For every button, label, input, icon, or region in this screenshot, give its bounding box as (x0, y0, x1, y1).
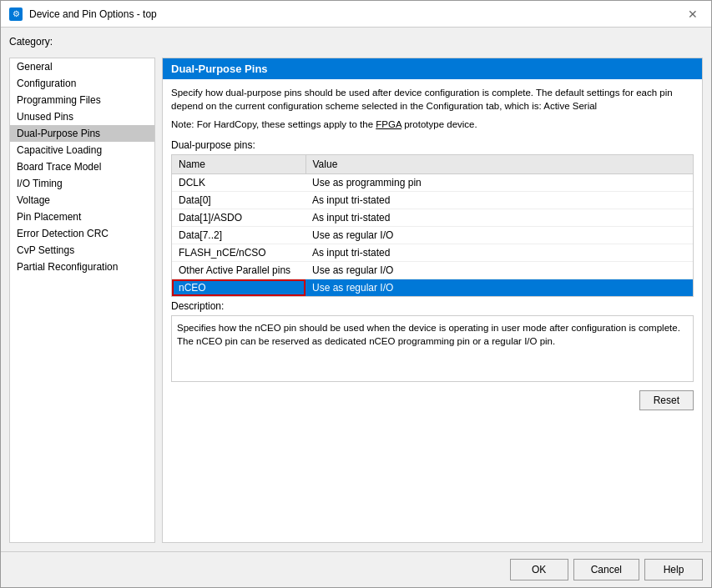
pins-table: Name Value DCLKUse as programming pinDat… (172, 155, 693, 296)
footer: OK Cancel Help (1, 551, 711, 587)
help-button[interactable]: Help (644, 559, 703, 580)
cell-pin-value: Use as programming pin (306, 174, 693, 192)
main-panel: GeneralConfigurationProgramming FilesUnu… (9, 58, 703, 543)
description-section: Description: Specifies how the nCEO pin … (163, 297, 702, 387)
cell-pin-value: As input tri-stated (306, 244, 693, 262)
table-row[interactable]: Data[7..2]Use as regular I/O (172, 227, 693, 244)
description-section-label: Description: (171, 300, 694, 312)
cell-pin-name: Data[1]/ASDO (172, 209, 306, 227)
table-row[interactable]: nCEOUse as regular I/O (172, 279, 693, 297)
table-container: Name Value DCLKUse as programming pinDat… (171, 154, 694, 297)
close-button[interactable]: ✕ (683, 4, 703, 24)
cell-pin-name: DCLK (172, 174, 306, 192)
table-row[interactable]: Other Active Parallel pinsUse as regular… (172, 262, 693, 279)
section-body: Dual-Purpose Pins Specify how dual-purpo… (162, 58, 703, 543)
sidebar-item-unused-pins[interactable]: Unused Pins (10, 108, 154, 125)
table-header: Name Value (172, 155, 693, 174)
sidebar-item-configuration[interactable]: Configuration (10, 75, 154, 92)
cell-pin-name: nCEO (172, 279, 306, 297)
sidebar-item-partial-reconfiguration[interactable]: Partial Reconfiguration (10, 259, 154, 275)
title-bar: ⚙ Device and Pin Options - top ✕ (1, 1, 711, 28)
window-icon: ⚙ (9, 8, 23, 21)
window-title: Device and Pin Options - top (29, 8, 157, 20)
col-name: Name (172, 155, 306, 174)
content-area: Category: GeneralConfigurationProgrammin… (1, 28, 711, 551)
right-panel: Dual-Purpose Pins Specify how dual-purpo… (162, 58, 703, 543)
note-text: Note: For HardCopy, these settings apply… (163, 119, 702, 136)
cell-pin-name: Other Active Parallel pins (172, 262, 306, 279)
sidebar-item-cvp-settings[interactable]: CvP Settings (10, 242, 154, 259)
description-text: Specify how dual-purpose pins should be … (163, 79, 702, 119)
cell-pin-value: As input tri-stated (306, 192, 693, 209)
bottom-buttons-row: Reset (163, 387, 702, 414)
sidebar: GeneralConfigurationProgramming FilesUnu… (9, 58, 155, 543)
table-row[interactable]: Data[1]/ASDOAs input tri-stated (172, 209, 693, 227)
fpga-text: FPGA (376, 119, 401, 129)
cell-pin-value: As input tri-stated (306, 209, 693, 227)
sidebar-item-error-detection-crc[interactable]: Error Detection CRC (10, 225, 154, 242)
sidebar-item-dual-purpose-pins[interactable]: Dual-Purpose Pins (10, 125, 154, 142)
cell-pin-value: Use as regular I/O (306, 227, 693, 244)
title-bar-left: ⚙ Device and Pin Options - top (9, 8, 157, 21)
sidebar-item-voltage[interactable]: Voltage (10, 192, 154, 209)
dual-purpose-label: Dual-purpose pins: (163, 136, 702, 154)
category-label: Category: (9, 36, 703, 48)
cell-pin-value: Use as regular I/O (306, 279, 693, 297)
cell-pin-value: Use as regular I/O (306, 262, 693, 279)
sidebar-item-io-timing[interactable]: I/O Timing (10, 175, 154, 192)
main-window: ⚙ Device and Pin Options - top ✕ Categor… (0, 0, 712, 588)
sidebar-item-pin-placement[interactable]: Pin Placement (10, 209, 154, 225)
table-row[interactable]: DCLKUse as programming pin (172, 174, 693, 192)
table-row[interactable]: Data[0]As input tri-stated (172, 192, 693, 209)
sidebar-item-general[interactable]: General (10, 58, 154, 75)
sidebar-item-board-trace-model[interactable]: Board Trace Model (10, 158, 154, 175)
section-header: Dual-Purpose Pins (163, 58, 702, 79)
ok-button[interactable]: OK (510, 559, 568, 580)
reset-button[interactable]: Reset (639, 390, 694, 410)
table-body: DCLKUse as programming pinData[0]As inpu… (172, 174, 693, 297)
cancel-button[interactable]: Cancel (573, 559, 639, 580)
cell-pin-name: Data[0] (172, 192, 306, 209)
table-row[interactable]: FLASH_nCE/nCSOAs input tri-stated (172, 244, 693, 262)
sidebar-item-programming-files[interactable]: Programming Files (10, 92, 154, 108)
sidebar-item-capacitive-loading[interactable]: Capacitive Loading (10, 142, 154, 158)
description-box: Specifies how the nCEO pin should be use… (171, 315, 694, 382)
cell-pin-name: FLASH_nCE/nCSO (172, 244, 306, 262)
col-value: Value (306, 155, 693, 174)
cell-pin-name: Data[7..2] (172, 227, 306, 244)
